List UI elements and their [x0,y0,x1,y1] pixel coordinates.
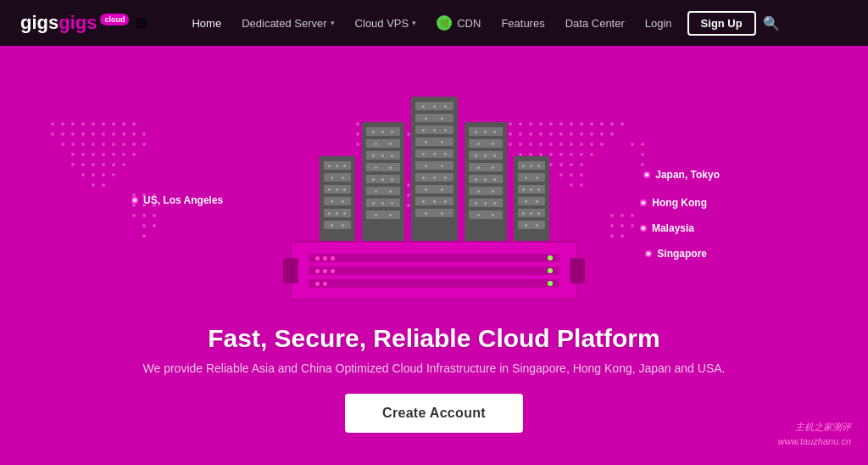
rack-row-1 [309,254,559,262]
location-label-singapore: Singapore [657,248,707,260]
rack-server [290,241,578,300]
chevron-down-icon: ▾ [331,19,335,27]
location-japan: Japan, Tokyo [643,169,720,181]
hero-text: Fast, Secure, Reliable Cloud Platform We… [126,309,743,433]
main-nav: Home Dedicated Server ▾ Cloud VPS ▾ 🌿 CD… [181,0,848,46]
location-la: US, Los Angeles [131,194,223,206]
watermark: 主机之家测评 www.tauzhanu.cn [778,420,851,448]
nav-item-features[interactable]: Features [491,0,554,46]
nav-item-login[interactable]: Login [635,0,682,46]
nav-item-dedicated[interactable]: Dedicated Server ▾ [231,0,344,46]
logo-text-gigs2: gigs [58,12,97,34]
nav-label-datacenter: Data Center [565,17,625,30]
location-label-la: US, Los Angeles [143,194,223,206]
nav-label-login: Login [645,17,672,30]
header: gigsgigscloud 🖥 Home Dedicated Server ▾ … [0,0,868,46]
server-icon: 🖥 [132,14,147,32]
server-tower-3 [411,97,458,241]
rack-handle-right [570,258,585,283]
server-tower-1 [320,156,355,241]
rack-handle-left [283,258,298,283]
location-label-japan: Japan, Tokyo [655,169,720,181]
location-dot-hongkong [640,199,647,206]
rack-row-2 [309,266,559,275]
location-singapore: Singapore [645,248,707,260]
location-label-hongkong: Hong Kong [652,197,707,209]
server-tower-2 [362,122,404,241]
cdn-icon: 🌿 [437,15,452,31]
logo-cloud-badge: cloud [100,14,129,25]
rack-row-3 [309,279,559,288]
server-scene: US, Los Angeles Japan, Tokyo Hong Kong M… [0,46,868,309]
nav-label-cloudvps: Cloud VPS [355,17,409,30]
chevron-down-icon: ▾ [412,19,416,27]
create-account-button[interactable]: Create Account [345,394,523,433]
nav-label-cdn: CDN [457,17,481,30]
hero-section: US, Los Angeles Japan, Tokyo Hong Kong M… [0,46,868,465]
nav-label-features: Features [501,17,544,30]
signup-button[interactable]: Sign Up [687,11,756,36]
nav-item-datacenter[interactable]: Data Center [555,0,635,46]
location-dot-malaysia [640,225,647,232]
location-dot-la [131,197,138,204]
search-icon[interactable]: 🔍 [756,15,787,31]
nav-item-cloudvps[interactable]: Cloud VPS ▾ [345,0,427,46]
hero-title: Fast, Secure, Reliable Cloud Platform [143,324,726,353]
location-hongkong: Hong Kong [640,197,707,209]
location-dot-singapore [645,250,652,257]
watermark-line2: www.tauzhanu.cn [778,434,851,449]
server-tower-5 [514,156,549,241]
location-label-malaysia: Malaysia [652,222,694,234]
watermark-line1: 主机之家测评 [778,420,851,434]
nav-item-cdn[interactable]: 🌿 CDN [426,0,491,46]
nav-item-home[interactable]: Home [181,0,231,46]
nav-label-dedicated: Dedicated Server [242,17,326,30]
logo-text-gigs1: gigs [20,12,58,34]
server-tower-4 [465,122,507,241]
location-dot-japan [643,171,650,178]
nav-label-home: Home [192,17,221,30]
logo[interactable]: gigsgigscloud 🖥 [20,12,147,34]
hero-subtitle: We provide Reliable Asia and China Optim… [143,361,726,375]
location-malaysia: Malaysia [640,222,694,234]
